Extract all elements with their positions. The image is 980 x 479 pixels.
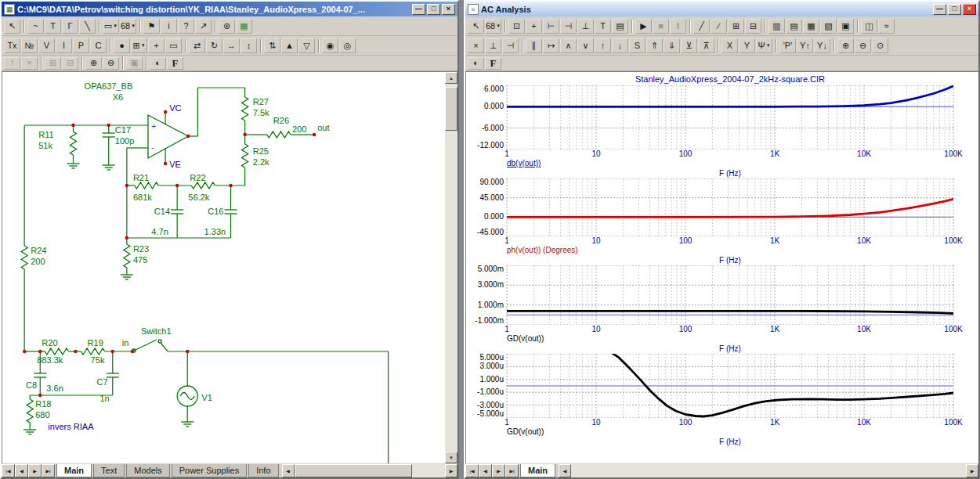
label-r21_val[interactable]: 681k (133, 193, 152, 202)
label-c14_ref[interactable]: C14 (154, 207, 170, 216)
scroll-track[interactable] (295, 464, 445, 477)
label-r23_ref[interactable]: R23 (133, 244, 149, 254)
label-plus[interactable]: + (151, 121, 156, 131)
label-r23_val[interactable]: 475 (133, 255, 147, 265)
go-to-branch-button[interactable]: Ψ▼ (756, 38, 772, 53)
next-page-button[interactable]: ▶ (492, 464, 505, 477)
scroll-thumb[interactable] (445, 87, 457, 131)
horizontal-scrollbar[interactable]: ◀▶ (559, 464, 978, 477)
cursor-mode-button[interactable]: + (526, 19, 542, 34)
dropdown-arrow-icon[interactable]: ▼ (141, 43, 146, 48)
select-tool[interactable]: ↖ (468, 19, 484, 34)
chart-plot-phase[interactable]: 90.00045.0000.000-45.000 (466, 178, 978, 236)
label-r27_ref[interactable]: R27 (253, 97, 269, 106)
vertical-scrollbar[interactable]: ▲ ▼ (445, 72, 457, 463)
trace-phase[interactable] (507, 199, 953, 217)
info-page-button[interactable]: ! (4, 57, 20, 70)
label-r19_val[interactable]: 75k (91, 355, 105, 365)
titlebar[interactable]: ▦ C:\MC9\DATA\Petrov\switching distortio… (2, 2, 457, 16)
scroll-up-button[interactable]: ▲ (445, 72, 457, 84)
scroll-right-button[interactable]: ▶ (966, 464, 978, 477)
scroll-thumb[interactable] (295, 464, 412, 477)
restore-button[interactable]: □ (427, 4, 440, 15)
schematic-canvas[interactable]: OPA637_BBX6+-VCVER277.5kR26200outR252.2k… (2, 71, 457, 463)
low-button[interactable]: ↓ (612, 38, 628, 53)
go-to-performance-button[interactable]: 'P' (779, 38, 796, 53)
scroll-track[interactable] (445, 84, 457, 452)
label-c8_ref[interactable]: C8 (26, 380, 37, 390)
zoom-in-button[interactable]: ⊕ (85, 57, 102, 70)
plus-mark-button[interactable]: ⊟ (745, 19, 761, 34)
find-component-tool[interactable]: 68▼ (120, 19, 136, 34)
ruler-button[interactable]: ⊞ (728, 19, 744, 34)
trace-group-delay-u[interactable] (609, 354, 953, 416)
tracker-button[interactable]: ▣ (837, 19, 854, 34)
label-out[interactable]: out (317, 123, 329, 132)
chart-plot-group-delay-m[interactable]: 5.000m3.000m1.000m-1.000m (466, 265, 978, 325)
label-c16_val[interactable]: 1.33n (204, 227, 226, 236)
titlebar[interactable]: ≈ AC Analysis —□× (465, 2, 978, 16)
plot-up-button[interactable]: Y↑ (797, 38, 813, 53)
point-to-end-tool[interactable]: ↗ (195, 19, 212, 34)
rotate-button[interactable]: ↻ (206, 38, 222, 53)
stop-button[interactable]: ■ (653, 19, 669, 34)
go-to-x-button[interactable]: X (721, 38, 738, 53)
label-r19_ref[interactable]: R19 (88, 338, 103, 348)
animate-options-button[interactable]: ◐ (150, 57, 166, 70)
mirror-button[interactable]: ⇄ (189, 38, 205, 53)
chart-plot-db[interactable]: 6.0000.000-6.000-12.000 (466, 85, 978, 149)
settings-tool[interactable]: ⊛ (219, 19, 235, 34)
select-tool[interactable]: ↖ (4, 19, 20, 34)
pin-markers-toggle[interactable]: ● (114, 38, 130, 53)
label-r20_val[interactable]: 883.3k (37, 355, 63, 365)
close-button[interactable]: × (442, 4, 455, 15)
high-button[interactable]: ↑ (595, 38, 611, 53)
repeat-find-button[interactable]: ◎ (339, 38, 356, 53)
prev-page-button[interactable]: ◀ (479, 464, 492, 477)
find-button[interactable]: ◉ (322, 38, 338, 53)
run-button[interactable]: ▶ (635, 19, 652, 34)
remove-page-button[interactable]: × (21, 57, 38, 70)
last-page-button[interactable]: ▶| (42, 464, 55, 477)
border-toggle[interactable]: ▭ (165, 38, 182, 53)
label-v1_ref[interactable]: V1 (201, 393, 212, 402)
schematic[interactable]: OPA637_BBX6+-VCVER277.5kR26200outR252.2k… (2, 72, 445, 463)
flip-x-button[interactable]: ↔ (223, 38, 240, 53)
node-voltages-toggle[interactable]: V (38, 38, 55, 53)
pcb-tool[interactable]: ▦ (236, 19, 252, 34)
prev-page-button[interactable]: ◀ (15, 464, 28, 477)
label-opamp_model[interactable]: OPA637_BB (85, 81, 133, 91)
label-riaa_note[interactable]: invers RIAA (48, 422, 94, 431)
line-style-button[interactable]: ╱ (693, 19, 710, 34)
tab-main[interactable]: Main (56, 464, 92, 477)
copy-page-button[interactable]: ⊞ (45, 57, 61, 70)
label-in[interactable]: in (122, 338, 129, 348)
label-r18_val[interactable]: 680 (35, 410, 49, 420)
keep-cursors-button[interactable]: ⊣ (502, 38, 519, 53)
label-r26_val[interactable]: 200 (292, 124, 306, 134)
minor-log-grids-button[interactable]: ▦ (803, 19, 819, 34)
bottom-edge-button[interactable]: ⊻ (681, 38, 697, 53)
plot-area[interactable]: Stanley_AudioXpress_2004-07_2kHz-square.… (465, 71, 978, 463)
minimize-button[interactable]: — (933, 4, 946, 15)
label-r24_val[interactable]: 200 (31, 257, 45, 266)
valley-button[interactable]: ∨ (577, 38, 594, 53)
point-tag-button[interactable]: ⊢ (543, 19, 559, 34)
baseline-button[interactable]: ▧ (820, 19, 837, 34)
tab-models[interactable]: Models (126, 464, 169, 477)
trace-db[interactable] (507, 86, 953, 106)
copy-window-button[interactable]: ⊟ (62, 57, 78, 70)
zoom-out-button[interactable]: ⊖ (855, 38, 871, 53)
scroll-left-button[interactable]: ◀ (282, 464, 295, 477)
next-point-button[interactable]: ↦ (543, 38, 559, 53)
signal-label[interactable]: GD(v(out)) (507, 427, 978, 437)
info-tool[interactable]: i (161, 19, 177, 34)
minimize-button[interactable]: — (412, 4, 425, 15)
dropdown-arrow-icon[interactable]: ▼ (496, 23, 501, 28)
label-ve[interactable]: VE (169, 160, 181, 169)
vertical-axis-grids-button[interactable]: ▤ (786, 19, 802, 34)
label-r22_val[interactable]: 56.2k (188, 193, 210, 202)
label-r18_ref[interactable]: R18 (35, 399, 51, 409)
label-r27_val[interactable]: 7.5k (253, 108, 269, 117)
restore-button[interactable]: □ (948, 4, 961, 15)
